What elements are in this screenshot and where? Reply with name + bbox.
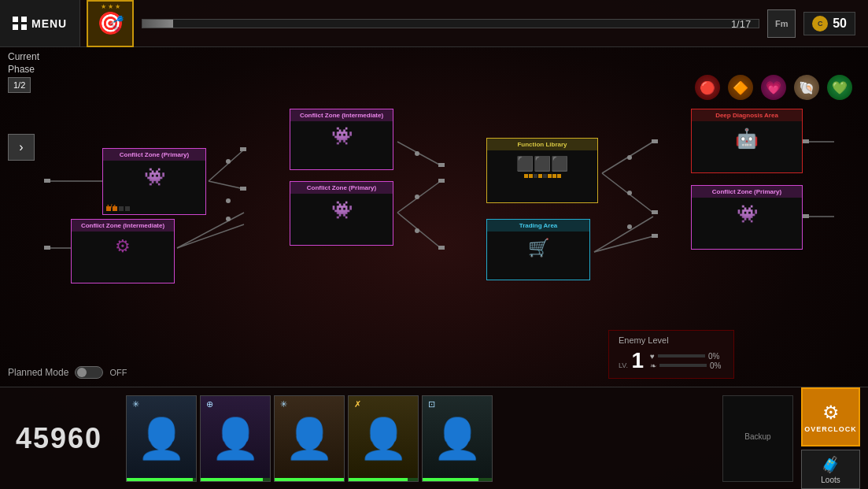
svg-line-0: [209, 150, 244, 181]
loots-label: Loots: [821, 476, 840, 484]
resource-red[interactable]: 🔴: [695, 75, 720, 100]
loots-icon: 🧳: [821, 455, 840, 474]
nav-arrow[interactable]: ›: [8, 134, 35, 161]
overclock-button[interactable]: ⚙ OVERCLOCK: [801, 387, 860, 446]
resource-green[interactable]: 💚: [827, 75, 852, 100]
svg-rect-26: [652, 210, 658, 214]
svg-point-10: [415, 151, 419, 156]
node-conflict-inter-2[interactable]: Conflict Zone (Intermediate) 👾: [290, 109, 393, 170]
svg-rect-22: [438, 163, 445, 167]
menu-label: MENU: [31, 17, 67, 30]
svg-line-2: [177, 224, 244, 248]
resource-pink[interactable]: 💗: [761, 75, 786, 100]
svg-point-4: [226, 159, 231, 164]
svg-line-8: [397, 181, 441, 213]
target-icon: 🎯: [97, 10, 124, 36]
enemy-hp-row: ♥ 0%: [650, 352, 721, 361]
svg-rect-20: [240, 147, 246, 151]
map-area: ›: [0, 102, 868, 331]
char-card-2[interactable]: 👤 ⊕: [200, 395, 271, 482]
svg-rect-25: [652, 139, 658, 143]
svg-rect-35: [803, 214, 809, 218]
toggle-knob: [77, 368, 87, 377]
node-trading-area[interactable]: Trading Area 🛒: [486, 219, 590, 280]
header: MENU ★ ★ ★ 🎯 1/17 Fm C 50: [0, 0, 868, 47]
char-card-4[interactable]: 👤 ✗: [348, 395, 419, 482]
score-display: 45960: [0, 422, 118, 455]
menu-button[interactable]: MENU: [0, 0, 80, 46]
svg-line-1: [209, 181, 244, 189]
star-2: ★: [108, 3, 113, 10]
loots-button[interactable]: 🧳 Loots: [801, 450, 860, 489]
characters-row: 👤 ✳ 👤 ⊕ 👤 ✳ 👤 ✗: [118, 395, 722, 482]
stars-row: ★ ★ ★: [101, 3, 120, 10]
enemy-stats: ♥ 0% ❧ 0%: [650, 351, 721, 371]
node-deep-diagnosis[interactable]: Deep Diagnosis Area 🤖: [691, 109, 803, 173]
node-conflict-primary-3[interactable]: Conflict Zone (Primary) 👾: [691, 185, 803, 250]
enemy-atk-row: ❧ 0%: [650, 361, 721, 370]
backup-box: Backup: [722, 395, 793, 482]
backup-label: Backup: [744, 432, 770, 441]
resource-orange[interactable]: 🔶: [728, 75, 753, 100]
atk-bar: [659, 364, 707, 367]
svg-line-13: [602, 142, 653, 173]
char-card-5[interactable]: 👤 ⊡: [422, 395, 493, 482]
planned-mode-row: Planned Mode OFF: [8, 366, 127, 379]
char-hp-4: [349, 478, 418, 481]
star-1: ★: [101, 3, 106, 10]
overclock-label: OVERCLOCK: [804, 425, 857, 433]
svg-rect-27: [652, 234, 658, 238]
char-role-2: ⊕: [203, 398, 216, 411]
char-card-3[interactable]: 👤 ✳: [274, 395, 345, 482]
enemy-lv-block: LV. 1: [619, 348, 644, 373]
char-role-3: ✳: [277, 398, 290, 411]
node-conflict-primary-1[interactable]: Conflict Zone (Primary) 👾 1/4: [102, 148, 206, 215]
phase-badge: 1/2: [8, 77, 31, 93]
currency-icon: C: [812, 16, 828, 31]
lv-label: LV.: [619, 361, 628, 369]
bottom-bar: 45960 👤 ✳ 👤 ⊕ 👤 ✳: [0, 387, 868, 489]
progress-bar: 1/17: [142, 19, 759, 28]
atk-pct: 0%: [710, 361, 721, 370]
svg-point-6: [226, 217, 231, 221]
svg-line-3: [177, 213, 244, 248]
planned-mode-state: OFF: [109, 368, 127, 377]
fm-box: Fm: [767, 9, 796, 38]
svg-point-5: [226, 198, 231, 203]
char-card-1[interactable]: 👤 ✳: [126, 395, 197, 482]
progress-fill: [142, 20, 173, 28]
hp-bar: [658, 354, 705, 357]
node-function-library[interactable]: Function Library ⬛⬛⬛: [486, 138, 598, 203]
node-conflict-primary-2[interactable]: Conflict Zone (Primary) 👾: [290, 181, 393, 246]
svg-line-14: [602, 173, 653, 213]
svg-rect-34: [803, 139, 809, 143]
svg-point-19: [627, 224, 632, 229]
char-hp-3: [275, 478, 344, 481]
char-hp-2: [201, 478, 270, 481]
current-phase-text: CurrentPhase: [8, 51, 39, 76]
enemy-lv-row: LV. 1 ♥ 0% ❧ 0%: [619, 348, 724, 373]
node-conflict-inter-1[interactable]: Conflict Zone (Intermediate) ⚙: [71, 219, 175, 283]
planned-mode-toggle[interactable]: [75, 366, 103, 379]
svg-rect-21: [240, 187, 246, 191]
progress-text: 1/17: [731, 17, 751, 29]
svg-line-16: [594, 236, 653, 252]
svg-rect-31: [44, 246, 50, 250]
char-hp-5: [423, 478, 492, 481]
svg-rect-30: [44, 179, 50, 183]
hp-icon: ♥: [650, 352, 655, 361]
svg-line-15: [594, 217, 653, 252]
hp-pct: 0%: [708, 352, 719, 361]
header-right: Fm C 50: [767, 9, 868, 38]
current-phase: CurrentPhase 1/2: [8, 51, 39, 93]
svg-line-7: [397, 142, 441, 165]
svg-point-11: [415, 194, 419, 199]
currency-display: C 50: [803, 12, 855, 35]
enemy-panel: Enemy Level LV. 1 ♥ 0% ❧ 0%: [608, 330, 734, 379]
svg-point-12: [415, 228, 419, 233]
currency-amount: 50: [833, 17, 847, 31]
enemy-level: 1: [631, 348, 644, 372]
svg-rect-23: [438, 179, 445, 183]
fm-label: Fm: [775, 19, 789, 28]
resource-cream[interactable]: 🐚: [794, 75, 819, 100]
